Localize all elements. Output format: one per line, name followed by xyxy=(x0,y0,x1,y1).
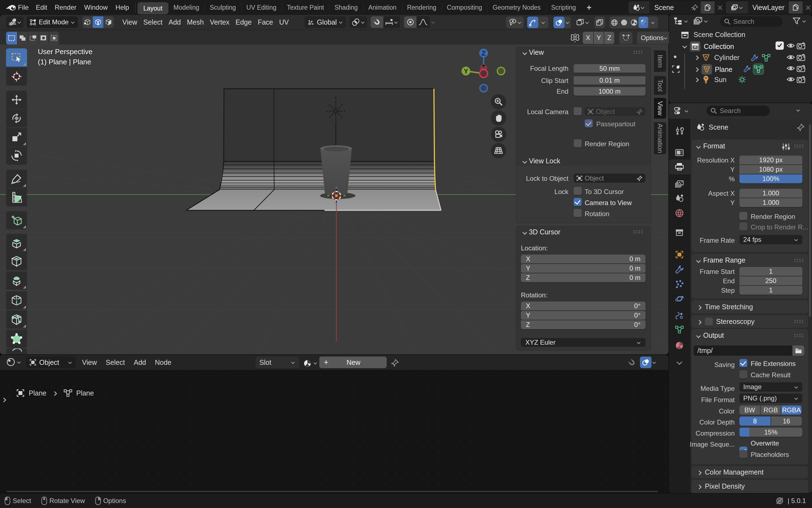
svg-text:Z: Z xyxy=(482,49,486,57)
svg-text:Y: Y xyxy=(464,68,468,75)
